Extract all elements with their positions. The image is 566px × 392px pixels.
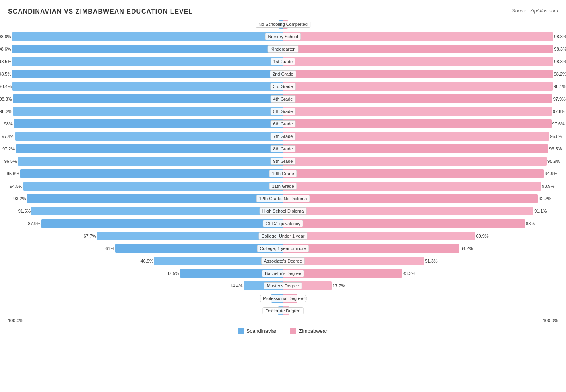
left-value: 14.4% xyxy=(230,283,242,288)
bar-row: 98% 6th Grade 97.6% xyxy=(8,118,558,129)
left-value: 98.2% xyxy=(0,109,12,114)
bar-label: 7th Grade xyxy=(271,133,296,140)
bar-label: College, Under 1 year xyxy=(258,232,307,240)
left-value: 98.4% xyxy=(0,84,12,89)
right-value: 96.8% xyxy=(550,134,562,139)
bar-label: 1st Grade xyxy=(271,58,295,65)
bar-row: 46.9% Associate's Degree 51.3% xyxy=(8,255,558,267)
chart-container: SCANDINAVIAN VS ZIMBABWEAN EDUCATION LEV… xyxy=(8,8,558,334)
scandinavian-label: Scandinavian xyxy=(246,328,278,334)
left-value: 93.2% xyxy=(13,196,26,201)
bar-row: 91.5% High School Diploma 91.1% xyxy=(8,205,558,217)
left-value: 67.7% xyxy=(83,234,96,238)
bar-label: 12th Grade, No Diploma xyxy=(256,195,310,202)
bar-row: 97.4% 7th Grade 96.8% xyxy=(8,131,558,142)
left-value: 94.5% xyxy=(10,184,22,189)
bar-label: 6th Grade xyxy=(271,120,296,127)
left-value: 97.4% xyxy=(2,134,14,139)
right-value: 93.9% xyxy=(542,184,554,189)
right-value: 17.7% xyxy=(333,283,345,288)
right-value: 92.7% xyxy=(539,196,551,201)
bar-label: Kindergarten xyxy=(268,45,299,53)
chart-title: SCANDINAVIAN VS ZIMBABWEAN EDUCATION LEV… xyxy=(8,8,558,15)
bar-label: 8th Grade xyxy=(271,145,296,152)
right-value: 96.5% xyxy=(549,146,562,151)
bar-row: 98.6% Kindergarten 98.3% xyxy=(8,43,558,55)
left-value: 98.5% xyxy=(0,72,11,76)
left-value: 46.9% xyxy=(140,259,153,263)
bar-label: 2nd Grade xyxy=(270,70,296,78)
bar-label: 5th Grade xyxy=(271,108,296,115)
right-value: 97.6% xyxy=(552,121,565,126)
left-value: 98% xyxy=(4,121,13,126)
bar-label: College, 1 year or more xyxy=(257,245,309,252)
bar-row: 4.2% Professional Degree 5.2% xyxy=(8,293,558,304)
left-value: 98.6% xyxy=(0,47,11,51)
legend-zimbabwean: Zimbabwean xyxy=(290,328,328,334)
source-label: Source: ZipAtlas.com xyxy=(512,8,558,14)
right-value: 95.9% xyxy=(547,159,560,164)
bar-row: 14.4% Master's Degree 17.7% xyxy=(8,280,558,291)
right-value: 69.9% xyxy=(476,234,488,238)
x-axis: 100.0% 100.0% xyxy=(8,318,558,323)
bar-label: Master's Degree xyxy=(264,282,302,289)
zimbabwean-color-box xyxy=(290,328,296,334)
bar-label: Nursery School xyxy=(265,33,301,40)
bar-row: 98.3% 4th Grade 97.9% xyxy=(8,93,558,105)
right-value: 94.9% xyxy=(545,171,557,176)
left-value: 97.2% xyxy=(2,146,15,151)
right-value: 98.3% xyxy=(554,34,566,39)
bar-row: 97.2% 8th Grade 96.5% xyxy=(8,143,558,154)
left-value: 98.3% xyxy=(0,96,12,101)
scandinavian-color-box xyxy=(238,328,244,334)
x-left-label: 100.0% xyxy=(8,318,23,323)
bar-row: 1.8% Doctorate Degree 2.3% xyxy=(8,305,558,316)
right-value: 98.3% xyxy=(554,59,566,64)
bar-row: 67.7% College, Under 1 year 69.9% xyxy=(8,230,558,242)
legend: Scandinavian Zimbabwean xyxy=(8,328,558,334)
bar-label: 11th Grade xyxy=(269,183,297,190)
bar-label: Bachelor's Degree xyxy=(262,270,304,277)
right-value: 98.2% xyxy=(554,72,566,76)
right-value: 51.3% xyxy=(425,259,437,263)
zimbabwean-label: Zimbabwean xyxy=(299,328,328,334)
bar-label: 3rd Grade xyxy=(270,83,296,90)
bar-label: Professional Degree xyxy=(260,295,306,302)
right-value: 88% xyxy=(526,221,535,226)
right-value: 98.3% xyxy=(554,47,566,51)
bar-label: High School Diploma xyxy=(260,207,307,215)
bar-label: Doctorate Degree xyxy=(263,307,304,314)
bar-row: 93.2% 12th Grade, No Diploma 92.7% xyxy=(8,193,558,204)
chart-area: 1.5% No Schooling Completed 1.7% 98.6% N… xyxy=(8,18,558,316)
bar-row: 95.6% 10th Grade 94.9% xyxy=(8,168,558,179)
legend-scandinavian: Scandinavian xyxy=(238,328,278,334)
left-value: 98.5% xyxy=(0,59,11,64)
bar-row: 98.5% 2nd Grade 98.2% xyxy=(8,68,558,80)
right-value: 91.1% xyxy=(534,209,547,213)
x-right-label: 100.0% xyxy=(543,318,558,323)
bar-row: 98.4% 3rd Grade 98.1% xyxy=(8,81,558,92)
bar-label: GED/Equivalency xyxy=(263,220,303,227)
bar-row: 61% College, 1 year or more 64.2% xyxy=(8,243,558,254)
bar-label: No Schooling Completed xyxy=(256,21,310,28)
left-value: 98.6% xyxy=(0,34,11,39)
right-value: 64.2% xyxy=(460,246,473,251)
bar-row: 98.6% Nursery School 98.3% xyxy=(8,31,558,42)
bar-label: 9th Grade xyxy=(271,158,296,165)
right-value: 97.9% xyxy=(553,96,566,101)
left-value: 91.5% xyxy=(18,209,31,213)
left-value: 37.5% xyxy=(167,271,179,276)
bar-row: 96.5% 9th Grade 95.9% xyxy=(8,156,558,167)
bar-label: 4th Grade xyxy=(271,95,296,103)
right-value: 97.8% xyxy=(553,109,565,114)
right-value: 43.3% xyxy=(403,271,415,276)
bar-row: 1.5% No Schooling Completed 1.7% xyxy=(8,18,558,30)
bar-label: 10th Grade xyxy=(269,170,297,177)
left-value: 95.6% xyxy=(7,171,19,176)
left-value: 96.5% xyxy=(4,159,17,164)
right-value: 98.1% xyxy=(554,84,566,89)
bar-row: 98.5% 1st Grade 98.3% xyxy=(8,56,558,67)
bar-label: Associate's Degree xyxy=(261,257,305,265)
left-value: 61% xyxy=(105,246,114,251)
bar-row: 87.9% GED/Equivalency 88% xyxy=(8,218,558,229)
